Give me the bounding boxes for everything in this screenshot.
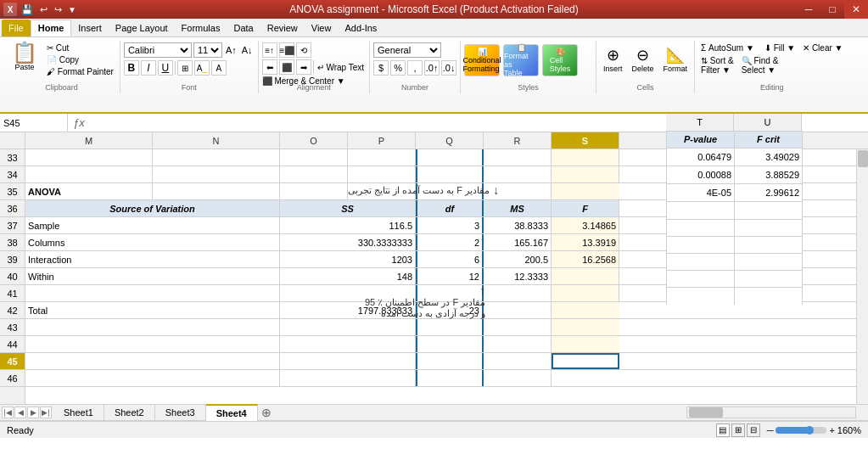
ext-41-f[interactable] [735,220,803,236]
cell-OP36[interactable]: SS [280,200,416,216]
cell-S35[interactable] [552,183,619,199]
cell-M33[interactable] [25,149,153,165]
copy-button[interactable]: 📄 Copy [44,54,116,65]
save-quick-btn[interactable]: 💾 [19,4,36,15]
col-header-P[interactable]: P [348,132,416,149]
cell-S33[interactable] [552,149,619,165]
maximize-btn[interactable]: □ [820,0,844,19]
cell-R35[interactable] [484,183,552,199]
tab-page-layout[interactable]: Page Layout [109,20,175,36]
cell-Q37[interactable]: 3 [416,217,484,233]
font-name-select[interactable]: Calibri [124,42,192,58]
zoom-in-btn[interactable]: + [829,425,834,435]
cell-N35[interactable] [153,183,280,199]
fill-btn[interactable]: ⬇ Fill ▼ [762,42,798,53]
cell-R34[interactable] [484,166,552,182]
cell-OP39[interactable]: 1203 [280,251,416,267]
ext-45-p[interactable] [667,288,735,305]
cell-P35[interactable] [348,183,416,199]
cell-R37[interactable]: 38.8333 [484,217,552,233]
zoom-thumb[interactable] [805,426,814,435]
cell-Q42[interactable]: 23 [416,302,484,318]
align-top-left-btn[interactable]: ≡↑ [262,42,277,58]
ext-cell-pval38[interactable]: 0.00088 [667,166,735,183]
cell-S45-active[interactable] [552,353,619,369]
font-grow-btn[interactable]: A↑ [224,45,238,55]
ext-43-p[interactable] [667,254,735,270]
conditional-formatting-btn[interactable]: 📊ConditionalFormatting [464,44,500,76]
cell-MN43[interactable] [25,319,280,335]
format-as-table-btn[interactable]: 📋Format asTable [503,44,539,76]
cell-MN42[interactable]: Total [25,302,280,318]
cell-R46[interactable] [484,370,552,386]
sheet-last-btn[interactable]: ▶| [40,407,52,418]
sheet-tab-2[interactable]: Sheet2 [104,404,155,421]
delete-cells-btn[interactable]: ⊖ Delete [629,44,658,75]
excel-icon[interactable]: X [3,3,17,16]
ext-col-header-T[interactable]: T [666,114,734,131]
underline-button[interactable]: U [158,60,173,76]
cell-S42[interactable] [552,302,619,318]
decrease-decimal-btn[interactable]: .0↓ [441,60,456,76]
cell-OP38[interactable]: 330.3333333 [280,234,416,250]
insert-cells-btn[interactable]: ⊕ Insert [600,44,626,75]
cell-S44[interactable] [552,336,619,352]
ext-41-p[interactable] [667,220,735,236]
ext-44-p[interactable] [667,271,735,287]
page-layout-view-btn[interactable]: ⊞ [731,424,745,437]
cell-R39[interactable]: 200.5 [484,251,552,267]
cell-Q36[interactable]: df [416,200,484,216]
horizontal-scrollbar[interactable] [686,407,856,418]
close-btn[interactable]: ✕ [844,0,868,19]
ext-42-f[interactable] [735,237,803,253]
cell-OP46[interactable] [280,370,416,386]
ext-cell-fcrit38[interactable]: 3.88529 [735,166,803,183]
fill-color-button[interactable]: A_ [194,60,210,76]
wrap-text-btn[interactable]: ⟲ [296,42,311,58]
cell-R42[interactable] [484,302,552,318]
cell-Q40[interactable]: 12 [416,268,484,284]
cell-R38[interactable]: 165.167 [484,234,552,250]
tab-view[interactable]: View [305,20,339,36]
ext-header-pvalue[interactable]: P-value [667,131,735,148]
cell-S41[interactable] [552,285,619,301]
cell-S43[interactable] [552,319,619,335]
ext-45-f[interactable] [735,288,803,305]
cell-MN41[interactable] [25,285,280,301]
zoom-slider[interactable] [776,427,826,434]
col-header-R[interactable]: R [484,132,552,149]
cell-Q39[interactable]: 6 [416,251,484,267]
cell-Q33[interactable] [416,149,484,165]
italic-button[interactable]: I [141,60,156,76]
cell-OP40[interactable]: 148 [280,268,416,284]
autosum-btn[interactable]: Σ AutoSum ▼ [698,42,757,53]
tab-addins[interactable]: Add-Ins [338,20,384,36]
cell-OP41[interactable] [280,285,416,301]
ext-cell-pval39[interactable]: 4E-05 [667,184,735,201]
vertical-scrollbar[interactable] [856,149,868,404]
sheet-first-btn[interactable]: |◀ [2,407,14,418]
page-break-view-btn[interactable]: ⊟ [747,424,760,437]
sheet-tab-3[interactable]: Sheet3 [155,404,206,421]
cell-S38[interactable]: 13.3919 [552,234,619,250]
cell-OP42[interactable]: 1797.833333 [280,302,416,318]
tab-formulas[interactable]: Formulas [175,20,227,36]
cell-Q46[interactable] [416,370,484,386]
tab-review[interactable]: Review [260,20,305,36]
cell-Q34[interactable] [416,166,484,182]
comma-btn[interactable]: , [407,60,423,76]
cell-MN45[interactable] [25,353,280,369]
cell-R41[interactable] [484,285,552,301]
col-header-O[interactable]: O [280,132,348,149]
font-shrink-btn[interactable]: A↓ [240,45,255,55]
cell-Q44[interactable] [416,336,484,352]
zoom-out-btn[interactable]: ─ [767,425,774,435]
cell-R45[interactable] [484,353,552,369]
ext-cell-fcrit40[interactable] [735,202,803,219]
format-cells-btn[interactable]: 📐 Format [660,44,692,75]
tab-insert[interactable]: Insert [71,20,109,36]
cell-MN37[interactable]: Sample [25,217,280,233]
format-painter-button[interactable]: 🖌 Format Painter [44,66,116,77]
cell-S40[interactable] [552,268,619,284]
cell-P33[interactable] [348,149,416,165]
